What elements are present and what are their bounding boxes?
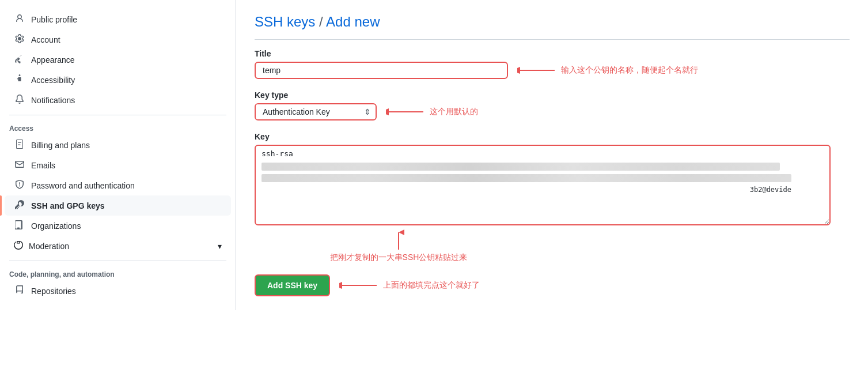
arrow-left-svg-3	[339, 280, 380, 291]
gear-icon	[14, 34, 25, 45]
paintbrush-icon	[14, 54, 25, 65]
sidebar-item-label: Account	[31, 35, 60, 44]
key-annotation-text: 把刚才复制的一大串SSH公钥粘贴过来	[330, 253, 468, 263]
title-annotation-text: 输入这个公钥的名称，随便起个名就行	[561, 65, 698, 76]
key-icon	[14, 200, 25, 211]
key-textarea[interactable]	[255, 145, 831, 225]
bell-icon	[14, 95, 25, 106]
sidebar-item-appearance[interactable]: Appearance	[5, 50, 231, 70]
sidebar-item-notifications[interactable]: Notifications	[5, 90, 231, 110]
sidebar-item-account[interactable]: Account	[5, 29, 231, 50]
title-input[interactable]	[255, 62, 508, 79]
main-content: SSH keys / Add new Title 输入这个公钥的名称，随便起个名…	[236, 0, 868, 310]
arrow-left-svg	[517, 65, 558, 76]
add-button-annotation-text: 上面的都填完点这个就好了	[383, 280, 480, 291]
add-button-annotation: 上面的都填完点这个就好了	[339, 280, 480, 291]
title-form-group: Title 输入这个公钥的名称，随便起个名就行	[255, 49, 850, 79]
key-label: Key	[255, 132, 850, 141]
key-annotation-area: 把刚才复制的一大串SSH公钥粘贴过来	[255, 229, 543, 263]
sidebar-item-label: Organizations	[31, 221, 81, 231]
add-button-row: Add SSH key 上面的都填完点这个就好了	[255, 274, 850, 296]
organization-icon	[14, 220, 25, 231]
sidebar-item-label: Appearance	[31, 55, 75, 65]
sidebar: Public profile Account Appearance Access…	[0, 0, 236, 310]
sidebar-divider-2	[9, 261, 226, 261]
chevron-down-icon: ▾	[218, 242, 222, 251]
page-title: SSH keys / Add new	[255, 14, 850, 40]
shield-icon	[14, 180, 25, 191]
arrow-left-svg-2	[386, 106, 426, 118]
repo-icon	[14, 285, 25, 296]
sidebar-item-moderation[interactable]: Moderation ▾	[5, 236, 231, 256]
sidebar-item-public-profile[interactable]: Public profile	[5, 9, 231, 29]
accessibility-icon	[14, 74, 25, 85]
person-icon	[14, 14, 25, 25]
key-type-label: Key type	[255, 91, 850, 100]
title-add-new: Add new	[326, 14, 380, 29]
sidebar-item-repositories[interactable]: Repositories	[5, 281, 231, 301]
title-annotation: 输入这个公钥的名称，随便起个名就行	[517, 65, 698, 76]
sidebar-item-billing[interactable]: Billing and plans	[5, 135, 231, 155]
up-arrow-svg	[393, 229, 404, 253]
key-type-annotation: 这个用默认的	[386, 106, 478, 118]
billing-icon	[14, 140, 25, 150]
sidebar-item-password[interactable]: Password and authentication	[5, 175, 231, 195]
key-type-form-group: Key type Authentication Key Signing Key …	[255, 91, 850, 120]
key-form-group: Key ssh-rsa 3b2@devide	[255, 132, 850, 263]
ssh-keys-link[interactable]: SSH keys	[255, 14, 315, 29]
sidebar-item-label: Repositories	[31, 287, 76, 296]
sidebar-item-accessibility[interactable]: Accessibility	[5, 70, 231, 90]
sidebar-item-label: Billing and plans	[31, 141, 90, 150]
sidebar-item-label: Password and authentication	[31, 181, 135, 190]
sidebar-item-label: Moderation	[29, 242, 69, 251]
key-type-annotation-text: 这个用默认的	[430, 107, 478, 117]
sidebar-item-label: Accessibility	[31, 76, 75, 85]
mail-icon	[14, 160, 25, 171]
sidebar-item-emails[interactable]: Emails	[5, 155, 231, 175]
moderation-icon	[14, 240, 23, 251]
key-type-select-wrapper: Authentication Key Signing Key ⇕	[255, 103, 377, 120]
sidebar-item-ssh-gpg[interactable]: SSH and GPG keys	[5, 195, 231, 216]
key-type-select[interactable]: Authentication Key Signing Key	[256, 104, 359, 119]
title-label: Title	[255, 49, 850, 58]
add-ssh-key-button[interactable]: Add SSH key	[255, 274, 330, 296]
sidebar-item-label: Public profile	[31, 15, 77, 24]
sidebar-item-organizations[interactable]: Organizations	[5, 216, 231, 236]
select-arrow-icon: ⇕	[359, 107, 376, 116]
sidebar-divider	[9, 115, 226, 115]
sidebar-item-label: Emails	[31, 161, 55, 170]
title-separator: /	[319, 14, 326, 29]
sidebar-item-label: SSH and GPG keys	[31, 201, 105, 210]
code-section-header: Code, planning, and automation	[0, 266, 236, 281]
access-section-header: Access	[0, 120, 236, 135]
sidebar-item-label: Notifications	[31, 96, 75, 105]
